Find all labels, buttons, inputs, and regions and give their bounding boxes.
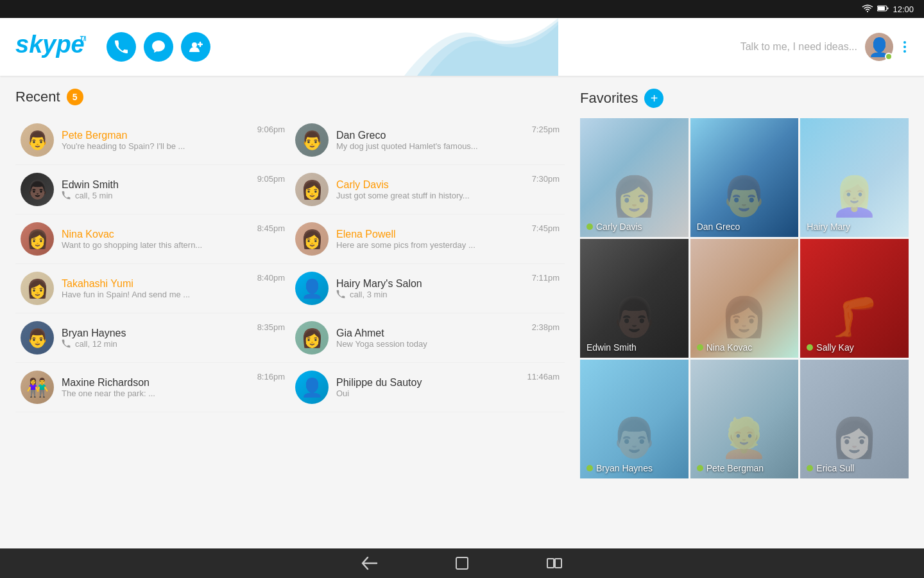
recent-item[interactable]: 👨 Bryan Haynes call, 12 min 8:35pm <box>15 313 290 363</box>
back-button[interactable] <box>361 556 378 570</box>
favorite-name: Nina Kovac <box>697 342 753 353</box>
call-button[interactable] <box>107 32 136 62</box>
contact-avatar: 👨 <box>21 123 54 157</box>
favorite-item[interactable]: 👨🏽 Bryan Haynes <box>580 360 689 478</box>
contact-name: Edwin Smith <box>62 179 250 191</box>
favorite-item[interactable]: 👩 Carly Davis <box>580 118 689 237</box>
contact-avatar: 👫 <box>21 371 54 404</box>
svg-point-7 <box>158 45 159 46</box>
recent-item[interactable]: 👩 Gia Ahmet New Yoga session today 2:38p… <box>290 313 565 363</box>
add-contact-button[interactable] <box>181 32 210 62</box>
chat-button[interactable] <box>144 32 173 62</box>
favorite-item[interactable]: 👨🏿 Edwin Smith <box>580 239 689 358</box>
favorite-name: Erica Sull <box>807 463 854 473</box>
contact-info: Pete Bergman You're heading to Spain? I'… <box>62 130 250 151</box>
recent-item[interactable]: 👩 Elena Powell Here are some pics from y… <box>290 215 565 264</box>
header-actions <box>107 32 210 62</box>
favorite-name: Pete Bergman <box>697 463 764 473</box>
fav-person-bg: 👱‍♀️ <box>830 173 878 219</box>
recent-item[interactable]: 👨 Dan Greco My dog just quoted Hamlet's … <box>290 116 565 165</box>
recent-item[interactable]: 👤 Hairy Mary's Salon call, 3 min 7:11pm <box>290 264 565 313</box>
contact-name: Maxine Richardson <box>62 377 250 389</box>
online-dot <box>586 223 593 230</box>
fav-person-bg: 👱 <box>720 415 768 460</box>
contact-time: 2:38pm <box>532 321 560 332</box>
contact-info: Takahashi Yumi Have fun in Spain! And se… <box>62 278 250 299</box>
recents-button[interactable] <box>546 556 563 570</box>
contact-time: 8:45pm <box>257 222 285 233</box>
recent-item[interactable]: 👤 Philippe du Sautoy Oui 11:46am <box>290 363 565 412</box>
fav-person-bg: 👨🏽 <box>610 415 658 460</box>
svg-text:TM: TM <box>80 35 86 42</box>
favorite-item[interactable]: 👱‍♀️ Hairy Mary <box>800 118 909 237</box>
svg-rect-2 <box>878 6 885 10</box>
contact-preview: New Yoga session today <box>336 339 524 349</box>
favorites-grid: 👩 Carly Davis 👨 Dan Greco 👱‍♀️ Hairy Mar… <box>580 118 909 478</box>
contact-avatar: 👩 <box>295 173 329 206</box>
contact-avatar: 👩 <box>21 222 54 256</box>
fav-person-bg: 👩🏽 <box>720 294 768 340</box>
favorites-section-header: Favorites + <box>580 89 909 108</box>
logo-text: skype TM <box>15 31 86 64</box>
contact-avatar: 👩 <box>21 272 54 305</box>
status-icons: 12:00 <box>862 4 914 14</box>
recent-item[interactable]: 👫 Maxine Richardson The one near the par… <box>15 363 290 412</box>
dot <box>903 46 906 48</box>
skype-logo[interactable]: skype TM <box>15 31 86 64</box>
contact-time: 8:35pm <box>257 321 285 332</box>
favorite-item[interactable]: 👩🏽 Nina Kovac <box>690 239 799 358</box>
contact-time: 11:46am <box>527 371 560 381</box>
fav-person-bg: 👨🏿 <box>610 294 658 340</box>
wifi-icon <box>862 4 873 14</box>
recent-item[interactable]: 👨 Pete Bergman You're heading to Spain? … <box>15 116 290 165</box>
svg-rect-14 <box>555 559 561 568</box>
add-favorite-button[interactable]: + <box>644 89 663 108</box>
online-dot <box>586 465 593 471</box>
favorite-name: Dan Greco <box>697 222 740 232</box>
svg-point-6 <box>155 45 157 46</box>
contact-avatar: 👤 <box>295 272 329 305</box>
recent-item[interactable]: 👨🏿 Edwin Smith call, 5 min 9:05pm <box>15 165 290 215</box>
contact-time: 9:06pm <box>257 123 285 134</box>
contact-preview: You're heading to Spain? I'll be ... <box>62 141 250 151</box>
contact-info: Hairy Mary's Salon call, 3 min <box>336 278 524 299</box>
contact-time: 7:25pm <box>532 123 560 134</box>
contact-avatar: 👨🏿 <box>21 173 54 206</box>
contact-preview: The one near the park: ... <box>62 389 250 398</box>
svg-text:skype: skype <box>15 31 85 58</box>
svg-point-9 <box>192 42 197 48</box>
contact-time: 7:11pm <box>532 272 560 283</box>
contact-preview: Have fun in Spain! And send me ... <box>62 290 250 299</box>
contact-name: Nina Kovac <box>62 229 250 240</box>
contact-info: Carly Davis Just got some great stuff in… <box>336 179 524 200</box>
more-options-button[interactable] <box>901 39 909 55</box>
contact-name: Dan Greco <box>336 130 524 141</box>
recent-title: Recent <box>15 89 60 105</box>
contact-avatar: 👤 <box>295 371 329 404</box>
header: skype TM <box>0 18 924 76</box>
online-dot <box>807 344 813 351</box>
contact-name: Elena Powell <box>336 229 524 240</box>
contact-name: Gia Ahmet <box>336 328 524 339</box>
svg-point-0 <box>867 11 868 12</box>
contact-info: Maxine Richardson The one near the park:… <box>62 377 250 398</box>
header-decoration <box>366 18 558 76</box>
online-status-dot <box>885 53 893 60</box>
contact-preview: Here are some pics from yesterday ... <box>336 240 524 250</box>
favorite-name: Bryan Haynes <box>586 463 653 473</box>
home-button[interactable] <box>455 556 469 570</box>
recent-item[interactable]: 👩 Nina Kovac Want to go shopping later t… <box>15 215 290 264</box>
favorite-item[interactable]: 🦵 Sally Kay <box>800 239 909 358</box>
favorite-item[interactable]: 👩🏻 Erica Sull <box>800 360 909 478</box>
recent-item[interactable]: 👩 Carly Davis Just got some great stuff … <box>290 165 565 215</box>
online-dot <box>697 344 703 351</box>
contact-name: Takahashi Yumi <box>62 278 250 290</box>
search-placeholder[interactable]: Talk to me, I need ideas... <box>740 41 857 53</box>
favorite-item[interactable]: 👱 Pete Bergman <box>690 360 799 478</box>
recent-item[interactable]: 👩 Takahashi Yumi Have fun in Spain! And … <box>15 264 290 313</box>
svg-rect-12 <box>456 557 468 569</box>
contact-preview: call, 3 min <box>336 290 524 299</box>
contact-time: 7:30pm <box>532 173 560 184</box>
fav-person-bg: 🦵 <box>830 294 878 340</box>
favorite-item[interactable]: 👨 Dan Greco <box>690 118 799 237</box>
